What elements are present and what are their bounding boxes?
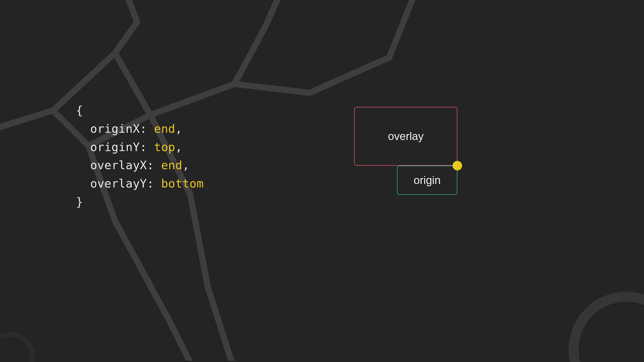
code-value: bottom: [161, 177, 204, 190]
overlay-rectangle: overlay: [354, 107, 457, 166]
connection-dot-icon: [453, 161, 462, 170]
origin-rectangle: origin: [397, 166, 457, 195]
code-key: overlayX: [90, 158, 147, 172]
overlay-label: overlay: [388, 130, 424, 143]
position-diagram: overlay origin: [354, 107, 460, 210]
code-snippet: { originX: end, originY: top, overlayX: …: [76, 101, 204, 211]
code-value: top: [154, 140, 175, 154]
code-value: end: [154, 122, 175, 135]
origin-label: origin: [414, 174, 441, 187]
code-value: end: [161, 158, 182, 172]
code-key: overlayY: [90, 177, 147, 190]
code-key: originX: [90, 122, 140, 135]
code-key: originY: [90, 140, 140, 154]
